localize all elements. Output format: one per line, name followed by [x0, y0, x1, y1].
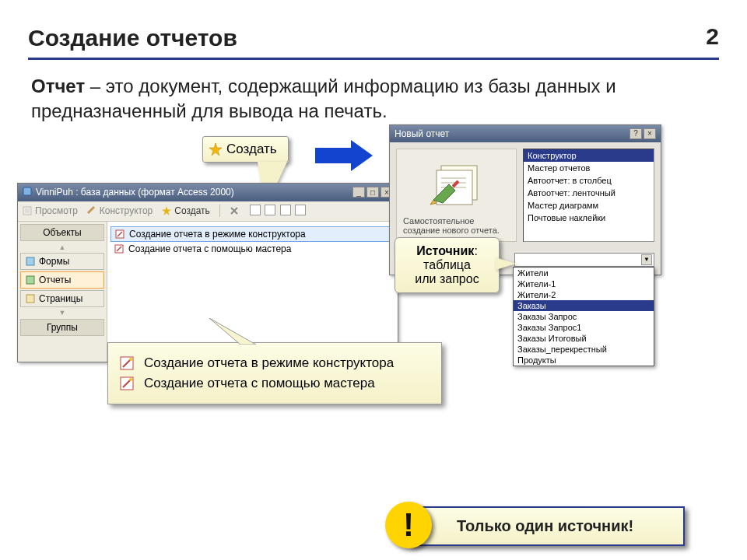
source-label-strong: Источник	[416, 244, 474, 257]
toolbar-sep	[219, 205, 220, 217]
dropdown-option[interactable]: Заказы Запрос1	[514, 322, 654, 333]
sidebar-item-forms[interactable]: Формы	[20, 253, 104, 270]
dialog-titlebar: Новый отчет ? ×	[390, 125, 661, 142]
dialog-title: Новый отчет	[395, 128, 449, 139]
svg-rect-7	[26, 295, 34, 303]
page-number: 2	[706, 23, 719, 50]
workspace: Создать VinniPuh : база данных (формат A…	[0, 124, 747, 498]
create-button-label[interactable]: Создать	[226, 142, 277, 157]
list-item-wizard[interactable]: Создание отчета с помощью мастера	[110, 242, 395, 256]
warning-box: Только один источник!	[409, 506, 685, 546]
sidebar-header-objects: Объекты	[20, 224, 104, 241]
maximize-button[interactable]: □	[366, 187, 379, 198]
dialog-type-list[interactable]: КонструкторМастер отчетовАвтоотчет: в ст…	[523, 149, 654, 242]
report-preview-icon	[418, 156, 496, 210]
view-details-icon[interactable]	[295, 205, 306, 215]
reports-icon	[26, 275, 35, 285]
list-item[interactable]: Мастер диаграмм	[524, 199, 654, 212]
toolbar-view-icons[interactable]	[248, 205, 306, 218]
magic-wand-icon	[119, 376, 135, 391]
options-callout: Создание отчета в режиме конструктора Со…	[107, 342, 442, 404]
magic-wand-icon	[119, 355, 135, 371]
source-dropdown[interactable]: ▼ ЖителиЖители-1Жители-2ЗаказыЗаказы Зап…	[514, 253, 654, 267]
dialog-preview-pane: Самостоятельное создание нового отчета.	[396, 149, 517, 242]
warning-icon: !	[385, 502, 432, 548]
list-item[interactable]: Почтовые наклейки	[524, 212, 654, 224]
dropdown-list[interactable]: ЖителиЖители-1Жители-2ЗаказыЗаказы Запро…	[513, 267, 654, 366]
database-window: VinniPuh : база данных (формат Access 20…	[17, 183, 398, 362]
create-button-callout: Создать	[202, 136, 289, 163]
definition-rest: – это документ, содержащий информацию из…	[31, 75, 616, 121]
delete-x-icon	[230, 206, 239, 215]
forms-icon	[26, 257, 35, 266]
view-large-icon[interactable]	[250, 205, 261, 215]
source-callout: Источник: таблица или запрос	[395, 237, 500, 293]
db-window-titlebar: VinniPuh : база данных (формат Access 20…	[18, 184, 398, 201]
svg-rect-5	[26, 257, 34, 265]
dropdown-option[interactable]: Заказы_перекрестный	[514, 344, 654, 355]
toolbar-preview[interactable]: Просмотр	[23, 205, 78, 216]
dropdown-option[interactable]: Заказы Итоговый	[514, 333, 654, 344]
svg-point-14	[129, 378, 132, 381]
arrow-right-icon	[315, 140, 373, 171]
option-designer-label: Создание отчета в режиме конструктора	[144, 355, 394, 371]
sidebar-item-pages[interactable]: Страницы	[20, 290, 104, 307]
slide-title: Создание отчетов	[0, 0, 747, 58]
definition-text: Отчет – это документ, содержащий информа…	[0, 74, 747, 124]
minimize-button[interactable]: _	[352, 187, 365, 198]
dropdown-option[interactable]: Жители-2	[514, 289, 654, 300]
svg-rect-3	[25, 208, 30, 213]
db-window-title: VinniPuh : база данных (формат Access 20…	[36, 187, 234, 198]
preview-icon	[23, 206, 32, 215]
option-wizard-label: Создание отчета с помощью мастера	[144, 376, 375, 391]
dialog-left-caption: Самостоятельное создание нового отчета.	[403, 216, 510, 235]
dropdown-option[interactable]: Жители	[514, 268, 654, 278]
svg-marker-4	[162, 206, 171, 215]
view-small-icon[interactable]	[265, 205, 275, 215]
toolbar-designer[interactable]: Конструктор	[87, 205, 153, 216]
svg-point-12	[129, 358, 132, 361]
source-label-line1: таблица	[423, 258, 471, 271]
dropdown-option[interactable]: Жители-1	[514, 278, 654, 289]
source-label-line2: или запрос	[415, 272, 479, 285]
svg-rect-6	[26, 276, 34, 284]
window-app-icon	[23, 187, 32, 198]
dropdown-option[interactable]: Заказы	[514, 300, 654, 311]
dropdown-option[interactable]: Заказы Запрос	[514, 311, 654, 322]
dropdown-option[interactable]: Продукты	[514, 355, 654, 366]
view-list-icon[interactable]	[280, 205, 291, 215]
close-button[interactable]: ×	[644, 128, 656, 139]
pages-icon	[26, 294, 35, 303]
svg-marker-10	[209, 318, 256, 345]
list-item[interactable]: Автоотчет: ленточный	[524, 187, 654, 199]
sidebar-down-icon[interactable]: ▼	[18, 309, 107, 317]
list-item[interactable]: Конструктор	[524, 149, 654, 162]
create-icon	[162, 206, 171, 215]
sidebar-header-groups: Группы	[20, 319, 104, 336]
svg-marker-0	[209, 143, 222, 156]
new-star-icon	[209, 143, 222, 156]
help-button[interactable]: ?	[630, 128, 642, 139]
db-sidebar: Объекты ▲ Формы Отчеты Страницы ▼ Группы	[18, 222, 107, 362]
warning-text: Только один источник!	[457, 517, 633, 534]
toolbar-delete[interactable]	[230, 206, 239, 215]
list-item[interactable]: Мастер отчетов	[524, 162, 654, 174]
term: Отчет	[31, 75, 85, 96]
callout-tail	[209, 318, 256, 345]
magic-wand-icon	[114, 229, 125, 240]
dropdown-button[interactable]: ▼	[641, 254, 652, 265]
svg-rect-1	[23, 187, 31, 195]
designer-icon	[87, 206, 96, 215]
toolbar-create[interactable]: Создать	[162, 205, 210, 216]
db-toolbar: Просмотр Конструктор Создать	[18, 201, 398, 222]
sidebar-up-icon[interactable]: ▲	[18, 243, 107, 251]
magic-wand-icon	[114, 243, 124, 254]
sidebar-item-reports[interactable]: Отчеты	[20, 271, 104, 289]
title-underline	[28, 58, 719, 60]
callout-tail	[496, 257, 516, 270]
list-item-designer[interactable]: Создание отчета в режиме конструктора	[110, 226, 395, 242]
list-item[interactable]: Автоотчет: в столбец	[524, 174, 654, 187]
